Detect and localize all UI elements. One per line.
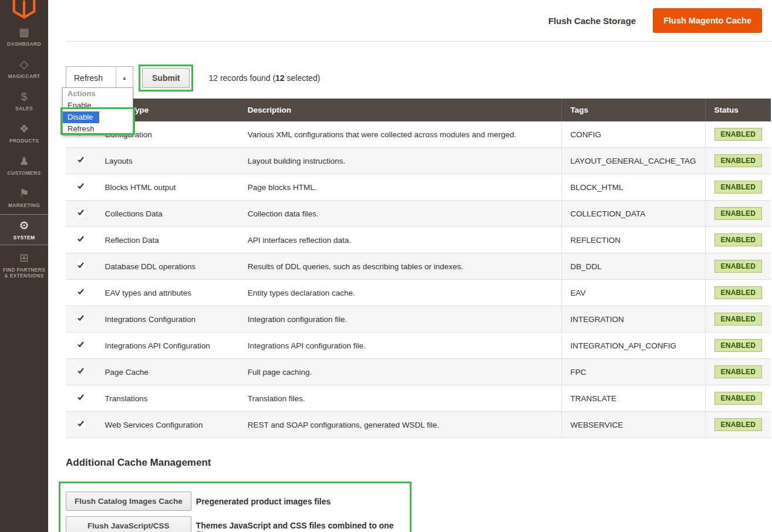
tags-cell: REFLECTION xyxy=(561,227,705,253)
row-checkbox[interactable] xyxy=(76,393,85,402)
status-badge: ENABLED xyxy=(714,154,762,167)
row-checkbox[interactable] xyxy=(76,182,85,191)
row-checkbox[interactable] xyxy=(76,155,85,164)
magento-logo[interactable] xyxy=(0,0,48,19)
sidebar: ▦ DASHBOARD ◇ MAGICCART $ SALES ❖ PRODUC… xyxy=(0,0,48,532)
sidebar-item-label: DASHBOARD xyxy=(1,41,47,47)
flush-description: Themes JavaScript and CSS files combined… xyxy=(196,521,410,532)
tags-cell: BLOCK_HTML xyxy=(561,174,705,201)
products-icon: ❖ xyxy=(1,123,47,135)
sidebar-item-label: SALES xyxy=(1,106,47,111)
sidebar-item[interactable]: ◇ MAGICCART xyxy=(0,53,48,83)
status-badge: ENABLED xyxy=(714,233,762,246)
status-badge: ENABLED xyxy=(714,181,762,194)
dashboard-icon: ▦ xyxy=(1,26,47,39)
cache-type-cell: Collections Data xyxy=(96,201,239,227)
flush-button[interactable]: Flush JavaScript/CSS Cache xyxy=(66,516,191,532)
row-checkbox[interactable] xyxy=(76,208,85,217)
description-cell: Collection data files. xyxy=(239,201,561,227)
records-prefix: 12 records found ( xyxy=(208,73,275,83)
tags-cell: CONFIG xyxy=(561,121,705,148)
table-row: Configuration Various XML configurations… xyxy=(66,121,771,148)
status-badge: ENABLED xyxy=(714,418,762,431)
sidebar-item[interactable]: ⚙ SYSTEM xyxy=(0,215,48,245)
table-row: Integrations API Configuration Integrati… xyxy=(66,333,771,359)
row-checkbox[interactable] xyxy=(76,261,85,270)
description-cell: Layout building instructions. xyxy=(239,148,561,174)
description-cell: API interfaces reflection data. xyxy=(239,227,561,253)
additional-cache-box: Flush Catalog Images Cache Pregenerated … xyxy=(59,482,412,532)
sidebar-item[interactable]: ❖ PRODUCTS xyxy=(0,118,48,148)
records-suffix: selected) xyxy=(285,73,321,83)
marketing-icon: ⚑ xyxy=(1,187,47,200)
records-selected-count: 12 xyxy=(275,73,285,83)
submit-annotation-box: Submit xyxy=(139,65,193,92)
row-checkbox[interactable] xyxy=(76,419,85,428)
row-checkbox[interactable] xyxy=(76,367,85,375)
dropdown-option[interactable]: Disable xyxy=(63,111,99,123)
column-tags[interactable]: Tags xyxy=(561,99,705,121)
submit-button[interactable]: Submit xyxy=(142,68,190,88)
cache-management-page: ▦ DASHBOARD ◇ MAGICCART $ SALES ❖ PRODUC… xyxy=(0,0,772,532)
sidebar-item[interactable]: ♟ CUSTOMERS xyxy=(0,150,48,180)
dropdown-group-label: Actions xyxy=(63,88,133,100)
cache-type-cell: Reflection Data xyxy=(96,227,239,253)
magiccart-icon: ◇ xyxy=(1,58,47,71)
table-row: Page Cache Full page caching. FPC ENABLE… xyxy=(66,359,771,385)
description-cell: REST and SOAP configurations, generated … xyxy=(239,412,561,438)
customers-icon: ♟ xyxy=(1,155,47,168)
row-checkbox[interactable] xyxy=(76,287,85,296)
main-content: Flush Cache Storage Flush Magento Cache … xyxy=(48,0,772,532)
table-row: Blocks HTML output Page blocks HTML. BLO… xyxy=(66,174,771,201)
table-row: Collections Data Collection data files. … xyxy=(66,201,771,227)
sidebar-item-label: MAGICCART xyxy=(1,73,47,79)
action-dropdown: Actions Enable Disable Refresh xyxy=(62,87,133,135)
sidebar-item[interactable]: ▦ DASHBOARD xyxy=(0,21,48,51)
tags-cell: INTEGRATION xyxy=(561,306,705,333)
table-row: Layouts Layout building instructions. LA… xyxy=(66,148,771,174)
sidebar-item[interactable]: $ SALES xyxy=(0,86,48,116)
flush-cache-storage-button[interactable]: Flush Cache Storage xyxy=(548,16,636,26)
page-header: Flush Cache Storage Flush Magento Cache xyxy=(66,0,772,42)
mass-action-select[interactable]: Refresh ▲ xyxy=(66,66,133,90)
dropdown-option[interactable]: Refresh xyxy=(63,123,133,135)
description-cell: Results of DDL queries, such as describi… xyxy=(239,253,561,280)
description-cell: Various XML configurations that were col… xyxy=(239,121,561,148)
sidebar-item[interactable]: ⊞ FIND PARTNERS & EXTENSIONS xyxy=(0,247,48,283)
status-badge: ENABLED xyxy=(714,392,762,405)
cache-table: Cache Type Description Tags Status Confi… xyxy=(66,99,771,438)
tags-cell: TRANSLATE xyxy=(561,385,705,412)
records-count: 12 records found (12 selected) xyxy=(208,73,320,83)
status-badge: ENABLED xyxy=(714,260,762,273)
sidebar-item-label: CUSTOMERS xyxy=(1,170,47,176)
tags-cell: WEBSERVICE xyxy=(561,412,705,438)
flush-description: Pregenerated product images files xyxy=(196,497,331,506)
cache-type-cell: Integrations API Configuration xyxy=(96,333,239,359)
row-checkbox[interactable] xyxy=(76,235,85,243)
table-row: Translations Translation files. TRANSLAT… xyxy=(66,385,771,412)
flush-magento-cache-button[interactable]: Flush Magento Cache xyxy=(653,8,762,33)
sidebar-item-label: PRODUCTS xyxy=(1,138,47,144)
row-checkbox[interactable] xyxy=(76,314,85,323)
column-description[interactable]: Description xyxy=(239,99,561,121)
flush-button[interactable]: Flush Catalog Images Cache xyxy=(66,492,191,511)
find-partners-icon: ⊞ xyxy=(1,252,47,265)
cache-type-cell: Page Cache xyxy=(96,359,239,385)
description-cell: Entity types declaration cache. xyxy=(239,280,561,306)
tags-cell: COLLECTION_DATA xyxy=(561,201,705,227)
flush-action-row: Flush JavaScript/CSS Cache Themes JavaSc… xyxy=(66,516,410,532)
description-cell: Integrations API configuration file. xyxy=(239,333,561,359)
chevron-up-icon[interactable]: ▲ xyxy=(116,67,133,89)
column-status[interactable]: Status xyxy=(705,99,771,121)
table-row: EAV types and attributes Entity types de… xyxy=(66,280,771,306)
grid-toolbar: Refresh ▲ Submit 12 records found (12 se… xyxy=(66,65,772,92)
description-cell: Translation files. xyxy=(239,385,561,412)
dropdown-option[interactable]: Enable xyxy=(63,100,133,111)
sidebar-item[interactable]: ⚑ MARKETING xyxy=(0,182,48,212)
description-cell: Full page caching. xyxy=(239,359,561,385)
row-checkbox[interactable] xyxy=(76,340,85,349)
cache-type-cell: Blocks HTML output xyxy=(96,174,239,201)
cache-type-cell: Web Services Configuration xyxy=(96,412,239,438)
table-row: Reflection Data API interfaces reflectio… xyxy=(66,227,771,253)
sidebar-menu: ▦ DASHBOARD ◇ MAGICCART $ SALES ❖ PRODUC… xyxy=(0,21,48,283)
